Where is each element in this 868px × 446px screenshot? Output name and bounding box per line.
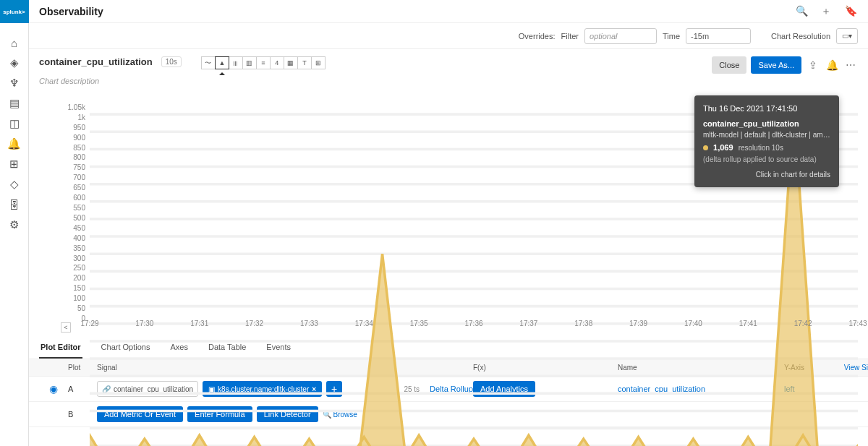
close-button[interactable]: Close [712,56,746,74]
vis-area-icon[interactable]: ▲ [215,56,229,69]
tooltip-note: (delta rollup applied to source data) [703,154,830,165]
page-title: Observability [39,6,103,17]
vis-heatmap-icon[interactable]: ▦ [284,56,298,69]
home-icon[interactable]: ⌂ [4,33,25,52]
time-label: Time [663,32,680,40]
visualization-type-group: 〜 ▲ ⫼ ▥ ≡ 4 ▦ T ⊞ [202,56,326,69]
tab-plot-editor[interactable]: Plot Editor [39,337,82,359]
tooltip-series-dot [703,145,708,150]
trace-icon[interactable]: ◈ [4,53,25,72]
vis-table-icon[interactable]: ⊞ [311,56,326,69]
left-nav-sidebar: splunk> ⌂ ◈ ♆ ▤ ◫ 🔔 ⊞ ◇ 🗄 ⚙ [0,0,29,446]
vis-line-icon[interactable]: 〜 [201,56,216,69]
chart-bell-icon[interactable]: 🔔 [825,59,839,71]
dashboard-icon[interactable]: ⊞ [4,155,25,173]
y-axis: 0501001502002503003504004505005506006507… [61,97,88,318]
add-icon[interactable]: ＋ [819,5,833,18]
detector-icon[interactable]: ◇ [4,175,25,194]
chart-scroll-left-icon[interactable]: < [61,322,71,333]
visibility-toggle-icon[interactable]: ◉ [39,383,68,395]
top-bar: Observability 🔍 ＋ 🔖 [29,0,868,23]
tooltip-value: 1,069 [713,143,733,152]
time-select[interactable]: -15m [686,28,751,44]
bookmark-icon[interactable]: 🔖 [843,5,858,18]
tooltip-timestamp: Thu 16 Dec 2021 17:41:50 [703,103,830,115]
search-icon[interactable]: 🔍 [794,5,809,18]
vis-list-icon[interactable]: ≡ [256,56,271,69]
chart-description[interactable]: Chart description [29,74,868,88]
chart-more-icon[interactable]: ⋯ [843,59,858,71]
tooltip-metric: container_cpu_utilization [703,118,830,130]
chart-canvas[interactable]: 0501001502002503003504004505005506006507… [29,88,868,334]
brand-logo[interactable]: splunk> [0,0,29,23]
save-as-button[interactable]: Save As... [751,56,801,74]
resolution-label: Chart Resolution [771,32,830,40]
chart-title[interactable]: container_cpu_utilization [39,56,153,67]
chart-interval-badge: 10s [161,56,182,67]
overrides-bar: Overrides: Filter Time -15m Chart Resolu… [29,23,868,49]
vis-singlevalue-icon[interactable]: 4 [270,56,284,69]
data-icon[interactable]: 🗄 [4,195,25,214]
vis-column-icon[interactable]: ⫼ [229,56,243,69]
resolution-select[interactable]: ▭▾ [836,28,858,44]
overrides-label: Overrides: [519,32,556,40]
rum-icon[interactable]: ◫ [4,114,25,133]
infra-icon[interactable]: ♆ [4,74,25,93]
tooltip-dimensions: mltk-model | default | dltk-cluster | am… [703,129,830,140]
filter-input[interactable] [584,28,657,44]
share-icon[interactable]: ⇪ [806,59,820,71]
x-axis: 17:2917:3017:3117:3217:3317:3417:3517:36… [90,320,858,334]
log-icon[interactable]: ▤ [4,94,25,113]
filter-label: Filter [561,32,579,40]
vis-histogram-icon[interactable]: ▥ [242,56,257,69]
chart-tooltip: Thu 16 Dec 2021 17:41:50 container_cpu_u… [694,95,839,187]
tooltip-resolution: resolution 10s [739,144,783,152]
settings-icon[interactable]: ⚙ [4,215,25,234]
alert-icon[interactable]: 🔔 [4,134,25,153]
vis-text-icon[interactable]: T [297,56,312,69]
tooltip-click-hint: Click in chart for details [703,169,830,180]
